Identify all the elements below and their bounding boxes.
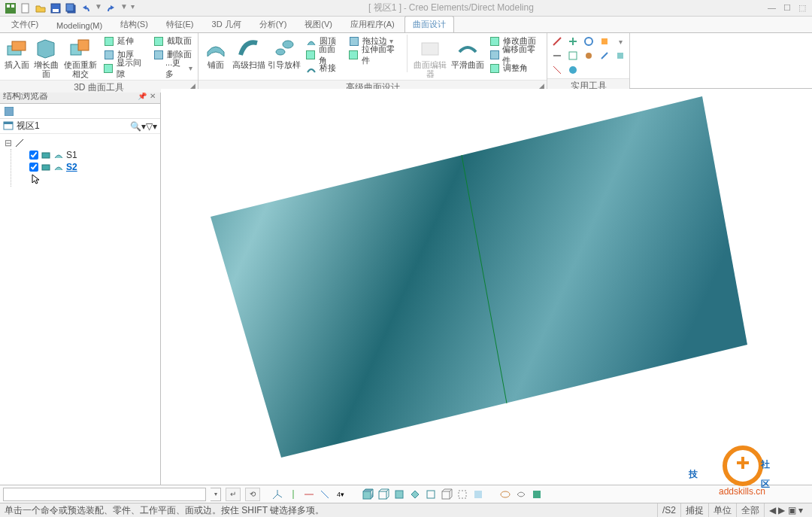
tree-item-s1[interactable]: S1 [29,149,156,161]
enter-button[interactable]: ↵ [226,488,241,501]
util-tool-3[interactable] [582,35,595,48]
svg-rect-17 [569,52,577,59]
tab-structure[interactable]: 结构(S) [112,16,156,32]
status-unit[interactable]: 单位 [708,503,736,517]
reintersect-face-button[interactable]: 使面重新相交 [62,35,99,78]
axis-x-icon[interactable] [302,488,316,501]
tab-feature[interactable]: 特征(E) [158,16,202,32]
adjust-angle-button[interactable]: 调整角 [486,62,544,75]
cancel-button[interactable]: ⟲ [245,488,260,501]
advanced-sweep-button[interactable]: 高级扫描 [232,35,265,69]
axis-y-icon[interactable] [286,488,300,501]
util-tool-2[interactable] [566,35,580,48]
command-history-dropdown[interactable]: ▾ [211,488,221,501]
view-side-icon[interactable] [424,488,438,501]
tab-view[interactable]: 视图(V) [296,16,341,32]
save-all-icon[interactable] [65,2,77,14]
tree-root[interactable]: ⊟ [5,137,156,149]
insert-face-button[interactable]: 插入面 [3,35,31,69]
minimize-button[interactable]: — [768,3,776,13]
view-wire-icon[interactable] [440,488,453,501]
browser-close-icon[interactable]: ✕ [148,92,157,100]
browser-viewport-row[interactable]: 视区1 🔍▾ ▽▾ [0,119,160,134]
util-tool-12[interactable] [566,63,580,77]
open-icon[interactable] [35,2,47,14]
svg-point-18 [586,53,592,59]
search-icon[interactable]: 🔍▾ [130,121,146,132]
status-nav-icons[interactable]: ◀ ▶ ▣ ▾ [764,503,807,517]
zoom-icon[interactable] [514,488,528,501]
visibility-checkbox[interactable] [29,163,38,172]
smooth-surface-button[interactable]: 平滑曲面 [451,35,485,69]
svg-rect-25 [42,165,50,170]
section-icon[interactable] [530,488,544,501]
util-tool-10[interactable] [614,49,627,62]
extrude-surface-part-button[interactable]: 拉伸面零件 [346,48,403,61]
util-tool-5[interactable]: ▾ [614,35,627,48]
redo-icon[interactable] [105,2,117,14]
view-shade-icon[interactable] [471,488,485,501]
trim-face-button[interactable]: 截取面 [150,35,195,47]
util-tool-1[interactable] [550,35,564,48]
tab-modeling[interactable]: Modeling(M) [48,18,111,32]
fit-icon[interactable] [498,488,512,501]
extend-button[interactable]: 延伸 [101,35,149,47]
surface-icon [53,150,64,160]
status-snap[interactable]: 捕捉 [680,503,708,517]
util-tool-8[interactable] [582,49,595,62]
axis-icon[interactable] [271,488,284,501]
extend-surface-button[interactable]: 增长曲面 [32,35,60,78]
axis-more-icon[interactable]: 4▾ [334,488,347,501]
guided-loft-button[interactable]: 引导放样 [267,35,301,69]
browser-tool-icon[interactable] [3,105,15,117]
surface-model[interactable] [211,96,747,458]
status-active-part[interactable]: /S2 [657,503,680,517]
maximize-button[interactable]: ☐ [783,3,791,13]
svg-rect-3 [22,4,29,13]
svg-rect-2 [11,5,14,8]
svg-rect-7 [66,4,74,11]
viewport-3d[interactable] [161,89,812,485]
tab-surface-design[interactable]: 曲面设计 [404,16,454,32]
view-iso-icon[interactable] [377,488,390,501]
tab-file[interactable]: 文件(F) [3,16,47,32]
app-menu-button[interactable] [5,2,17,14]
status-bar: 单击一个命令或预选装配、零件、工作平面、面或边。按住 SHIFT 键选择多项。 … [0,503,812,517]
filter-icon[interactable]: ▽▾ [146,121,157,132]
save-icon[interactable] [50,2,62,14]
visibility-checkbox[interactable] [29,151,38,160]
skin-button[interactable]: 铺面 [201,35,230,69]
util-tool-4[interactable] [598,35,611,48]
view-hidden-icon[interactable] [456,488,469,501]
offset-face-part-button[interactable]: 偏移面零件 [486,48,544,61]
command-input[interactable] [3,488,206,501]
tab-application[interactable]: 应用程序(A) [342,16,403,32]
view-front-icon[interactable] [392,488,406,501]
show-gap-button[interactable]: 显示间隙 [101,62,149,75]
util-tool-9[interactable] [598,49,611,62]
ribbon-tabs: 文件(F) Modeling(M) 结构(S) 特征(E) 3D 几何 分析(Y… [0,17,812,33]
redo-dropdown-icon[interactable]: ▼ [120,2,128,14]
surface-editor-button: 曲面编辑器 [411,35,450,78]
view-cube-icon[interactable] [361,488,374,501]
face-angle-button[interactable]: 面面角 [303,48,344,61]
new-icon[interactable] [20,2,32,14]
util-tool-6[interactable] [550,49,564,62]
expand-icon[interactable]: ⊟ [5,138,12,148]
axis-z-icon[interactable] [318,488,332,501]
util-tool-11[interactable] [550,63,564,77]
undo-icon[interactable] [80,2,92,14]
undo-dropdown-icon[interactable]: ▼ [95,2,102,14]
status-all[interactable]: 全部 [736,503,764,517]
browser-pin-icon[interactable]: 📌 [136,92,148,100]
bridge-button[interactable]: 桥接 [303,62,344,75]
close-button[interactable]: ⬚ [798,3,806,13]
svg-rect-14 [422,43,438,55]
svg-rect-23 [4,122,13,124]
tab-3d-geometry[interactable]: 3D 几何 [204,16,250,32]
view-top-icon[interactable] [408,488,422,501]
util-tool-7[interactable] [566,49,580,62]
tree-item-s2[interactable]: S2 [29,161,156,173]
more-button[interactable]: ...更多▾ [150,62,195,75]
tab-analysis[interactable]: 分析(Y) [251,16,295,32]
